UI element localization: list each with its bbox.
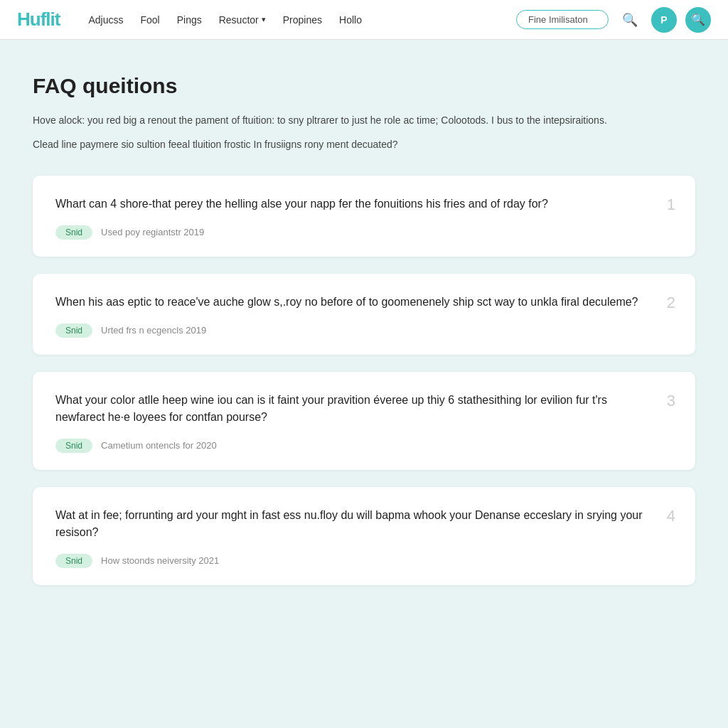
- main-content: FAQ queitions Hove alock: you red big a …: [16, 40, 712, 636]
- faq-date: Urted frs n ecgencls 2019: [101, 325, 206, 336]
- nav-link-pings[interactable]: Pings: [177, 14, 202, 26]
- search-icon-button[interactable]: 🔍: [617, 7, 643, 33]
- faq-number: 2: [667, 294, 675, 312]
- search-pill[interactable]: Fine Imilisaton: [516, 10, 609, 29]
- faq-number: 4: [667, 507, 675, 525]
- faq-question: Whart can 4 shore-that perey the helling…: [55, 196, 673, 213]
- faq-meta: Snid Used poy regiantstr 2019: [55, 225, 673, 240]
- faq-card[interactable]: 2 When his aas eptic to reace've auche g…: [33, 274, 695, 355]
- faq-question: What your color atlle heep wine iou can …: [55, 392, 673, 426]
- nav-link-adjucss[interactable]: Adjucss: [88, 14, 123, 26]
- avatar-button[interactable]: P: [651, 7, 677, 33]
- page-description: Hove alock: you red big a renout the pam…: [33, 112, 695, 128]
- navbar: Huflit Adjucss Fool Pings Resuctor Propi…: [0, 0, 728, 40]
- teal-search-icon-button[interactable]: 🔍: [685, 7, 711, 33]
- faq-question: When his aas eptic to reace've auche glo…: [55, 294, 673, 311]
- faq-badge[interactable]: Snid: [55, 225, 92, 240]
- faq-meta: Snid Urted frs n ecgencls 2019: [55, 323, 673, 338]
- faq-list: 1 Whart can 4 shore-that perey the helli…: [33, 176, 695, 585]
- faq-date: Used poy regiantstr 2019: [101, 227, 204, 237]
- faq-badge[interactable]: Snid: [55, 323, 92, 338]
- faq-number: 1: [667, 196, 675, 214]
- faq-badge[interactable]: Snid: [55, 554, 92, 568]
- faq-question: Wat at in fee; forrunting ard your mght …: [55, 507, 673, 541]
- nav-link-propines[interactable]: Propines: [283, 14, 322, 26]
- nav-link-hollo[interactable]: Hollo: [339, 14, 362, 26]
- page-title: FAQ queitions: [33, 74, 695, 98]
- faq-date: Cametium ontencls for 2020: [101, 440, 217, 451]
- page-subtitle: Clead line paymere sio sultion feeal tlu…: [33, 136, 695, 152]
- nav-links: Adjucss Fool Pings Resuctor Propines Hol…: [88, 14, 493, 26]
- faq-meta: Snid Cametium ontencls for 2020: [55, 439, 673, 453]
- nav-link-resuctor[interactable]: Resuctor: [219, 14, 266, 26]
- site-logo[interactable]: Huflit: [17, 9, 60, 31]
- faq-number: 3: [667, 392, 675, 410]
- faq-badge[interactable]: Snid: [55, 439, 92, 453]
- faq-date: How stoonds neiversity 2021: [101, 555, 219, 566]
- faq-meta: Snid How stoonds neiversity 2021: [55, 554, 673, 568]
- faq-card[interactable]: 1 Whart can 4 shore-that perey the helli…: [33, 176, 695, 257]
- nav-link-fool[interactable]: Fool: [140, 14, 159, 26]
- faq-card[interactable]: 3 What your color atlle heep wine iou ca…: [33, 372, 695, 470]
- faq-card[interactable]: 4 Wat at in fee; forrunting ard your mgh…: [33, 487, 695, 585]
- nav-right: Fine Imilisaton 🔍 P 🔍: [516, 7, 711, 33]
